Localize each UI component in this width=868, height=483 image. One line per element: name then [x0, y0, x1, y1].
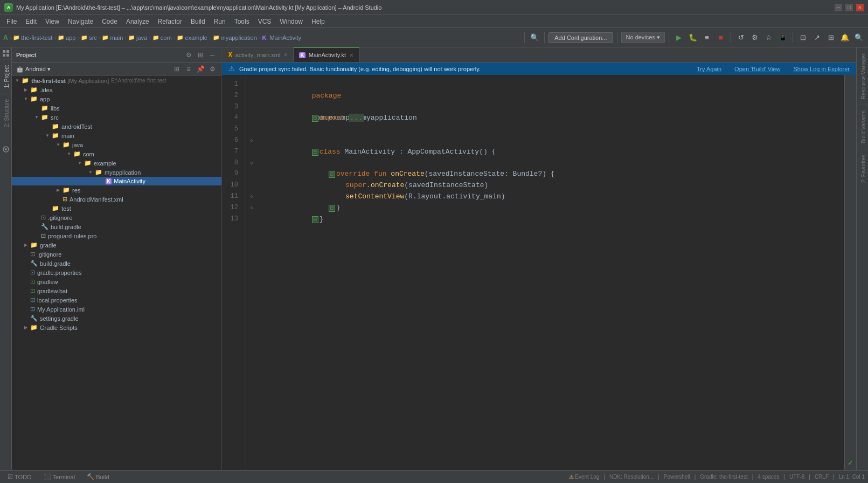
tree-item-buildgradle-app[interactable]: ▶ 🔧 build.gradle [12, 222, 221, 231]
tree-item-gradleprops[interactable]: ▶ ⊡ gradle.properties [12, 268, 221, 277]
no-devices-button[interactable]: No devices ▾ [621, 32, 665, 43]
collapse-all-button[interactable]: ≡ [184, 64, 193, 74]
tree-item-app[interactable]: ▼ 📁 app [12, 94, 221, 104]
collapse-class-button[interactable]: ⊟ [312, 149, 318, 156]
settings-button[interactable]: ⚙ [749, 32, 761, 44]
project-vtab[interactable]: 1: Project [0, 59, 11, 93]
collapse-import-button[interactable]: ⊟ [312, 115, 318, 122]
tree-item-androidtest[interactable]: ▶ 📁 androidTest [12, 122, 221, 131]
debug-button[interactable]: 🐛 [687, 32, 699, 44]
open-build-view-button[interactable]: Open 'Build' View [734, 66, 780, 72]
main-search-button[interactable]: 🔍 [853, 32, 865, 44]
maximize-button[interactable]: □ [845, 4, 853, 11]
tree-item-settingsgradle[interactable]: ▶ 🔧 settings.gradle [12, 314, 221, 323]
panel-expand-button[interactable]: ⊞ [196, 50, 205, 60]
collapse-method-button[interactable]: ⊟ [329, 171, 335, 178]
tree-item-res[interactable]: ▶ 📁 res [12, 185, 221, 195]
menu-analyze[interactable]: Analyze [122, 17, 154, 26]
menu-build[interactable]: Build [186, 17, 210, 26]
menu-view[interactable]: View [41, 17, 64, 26]
profile-button[interactable]: ≡ [701, 32, 713, 44]
tree-item-myapplication[interactable]: ▼ 📁 myapplication [12, 168, 221, 177]
menu-help[interactable]: Help [307, 17, 329, 26]
tree-item-libs[interactable]: ▶ 📁 libs [12, 104, 221, 113]
tree-item-idea[interactable]: ▶ 📁 .idea [12, 85, 221, 94]
breadcrumb-mainactivity: MainActivity [269, 34, 301, 41]
panel-settings-button[interactable]: ⚙ [184, 50, 193, 60]
menu-window[interactable]: Window [275, 17, 307, 26]
tree-item-example[interactable]: ▼ 📁 example [12, 158, 221, 168]
tree-item-gradlew[interactable]: ▶ ⊡ gradlew [12, 277, 221, 286]
tree-item-proguard[interactable]: ▶ ⊡ proguard-rules.pro [12, 231, 221, 240]
search-button[interactable]: 🔍 [529, 32, 540, 44]
close-button[interactable]: ✕ [856, 4, 864, 11]
avd-button[interactable]: 📱 [777, 32, 789, 44]
tab-close-button[interactable]: ✕ [349, 52, 353, 58]
tree-item-gitignore-app[interactable]: ▶ ⊡ .gitignore [12, 213, 221, 222]
bottom-tab-build[interactable]: 🔨 Build [82, 471, 113, 483]
settings-gear-button[interactable]: ⚙ [207, 64, 217, 74]
add-configuration-button[interactable]: Add Configuration... [548, 32, 613, 43]
collapse-class-end-button[interactable]: ⊟ [312, 216, 318, 223]
menu-vcs[interactable]: VCS [254, 17, 276, 26]
show-log-button[interactable]: Show Log in Explorer [793, 66, 850, 72]
structure-vtab[interactable]: 2: Structure [0, 93, 11, 133]
project-panel-icon[interactable] [0, 47, 12, 59]
menu-edit[interactable]: Edit [21, 17, 41, 26]
tree-arrow: ▼ [23, 96, 29, 102]
tree-item-gradlewbat[interactable]: ▶ ⊡ gradlew.bat [12, 286, 221, 295]
tree-item-gitignore-root[interactable]: ▶ ⊡ .gitignore [12, 250, 221, 259]
sdk-button[interactable]: ☆ [763, 32, 775, 44]
tab-mainactivity-kt[interactable]: K MainActivity.kt ✕ [294, 47, 359, 62]
favorites-vtab[interactable]: 2: Favorites [857, 149, 868, 188]
pin-button[interactable]: 📌 [196, 64, 205, 74]
layout-button[interactable]: ⊡ [797, 32, 809, 44]
panel-minimize-button[interactable]: ─ [207, 50, 217, 60]
minimize-button[interactable]: ─ [835, 4, 842, 11]
tab-activity-main-xml[interactable]: X activity_main.xml ✕ [222, 47, 294, 62]
warning-icon-sm: ⚠ [569, 474, 574, 480]
gutter-8: ◇ [246, 158, 257, 169]
git-button[interactable]: ↗ [811, 32, 823, 44]
gutter-6: ◇ [246, 135, 257, 147]
resource-manager-icon[interactable] [0, 143, 12, 155]
android-dropdown[interactable]: 🤖 Android ▾ [16, 66, 51, 73]
menu-file[interactable]: File [2, 17, 21, 26]
resource-manager-vtab[interactable]: Resource Manager [857, 47, 868, 105]
collapse-end-button[interactable]: ⊟ [329, 205, 335, 212]
sync-button[interactable]: ↺ [735, 32, 747, 44]
tree-label: libs [51, 105, 60, 112]
tree-item-gradle[interactable]: ▶ 📁 gradle [12, 240, 221, 250]
line-num-4: 4 [222, 113, 241, 124]
share-button[interactable]: ⊞ [825, 32, 837, 44]
bottom-tab-terminal[interactable]: ⬛ Terminal [39, 471, 80, 483]
menu-navigate[interactable]: Navigate [64, 17, 98, 26]
line-num-5: 5 [222, 124, 241, 135]
tree-item-src[interactable]: ▼ 📁 src [12, 113, 221, 122]
run-button[interactable]: ▶ [673, 32, 685, 44]
tree-item-com[interactable]: ▼ 📁 com [12, 149, 221, 158]
code-content[interactable]: package com.example.myapplication ⊟impor… [257, 75, 844, 470]
sync-project-button[interactable]: ⊞ [172, 64, 182, 74]
try-again-button[interactable]: Try Again [697, 66, 721, 72]
menu-run[interactable]: Run [210, 17, 230, 26]
tree-root[interactable]: ▼ 📁 the-first-test [My Application] E:\A… [12, 76, 221, 85]
menu-tools[interactable]: Tools [230, 17, 254, 26]
tree-item-iml[interactable]: ▶ ⊡ My Application.iml [12, 305, 221, 314]
menu-refactor[interactable]: Refactor [154, 17, 186, 26]
tree-item-mainactivity[interactable]: ▶ K MainActivity [12, 177, 221, 185]
tree-item-main[interactable]: ▼ 📁 main [12, 131, 221, 140]
tree-item-androidmanifest[interactable]: ▶ ⊞ AndroidManifest.xml [12, 195, 221, 204]
bottom-tab-todo[interactable]: ☑ TODO [3, 471, 36, 483]
tree-item-test[interactable]: ▶ 📁 test [12, 204, 221, 213]
tree-item-java[interactable]: ▼ 📁 java [12, 140, 221, 149]
line-num-7: 7 [222, 147, 241, 158]
menu-code[interactable]: Code [98, 17, 122, 26]
tree-item-localprops[interactable]: ▶ ⊡ local.properties [12, 295, 221, 305]
build-variants-vtab[interactable]: Build Variants [857, 105, 868, 149]
tab-close-button[interactable]: ✕ [283, 52, 288, 58]
tree-item-gradlescripts[interactable]: ▶ 📁 Gradle Scripts [12, 323, 221, 332]
tree-item-buildgradle-root[interactable]: ▶ 🔧 build.gradle [12, 259, 221, 268]
stop-button[interactable]: ■ [715, 32, 727, 44]
notification-button[interactable]: 🔔 [839, 32, 851, 44]
